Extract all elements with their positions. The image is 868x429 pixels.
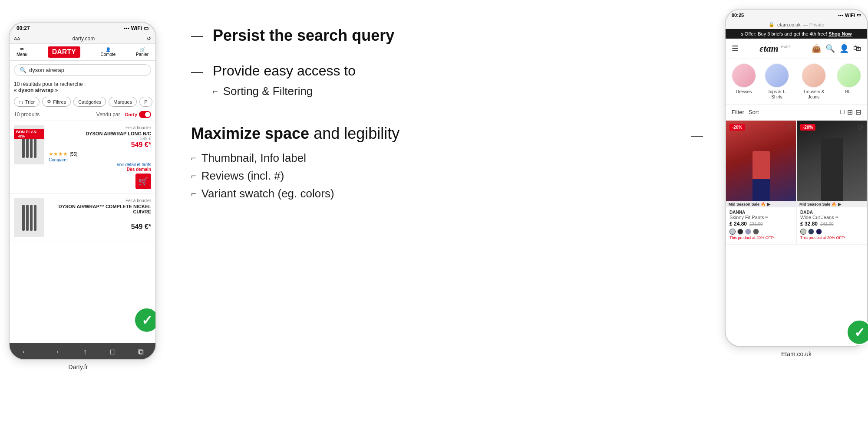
cart-icon: 🛒 (140, 47, 145, 52)
maximize-section: Maximize space and legibility ⌐ Thumbnai… (191, 124, 703, 200)
add-to-cart-1[interactable]: 🛒 (135, 174, 151, 189)
center-content: — Persist the search query — Provide eas… (156, 0, 725, 218)
filter-pill[interactable]: ⚙ Filtres (42, 97, 71, 107)
swatch-1-2[interactable] (737, 229, 743, 235)
etam-product-info-2: DADA Wide Cut Jeans ✏ £ 32.80 £41.00 (797, 207, 867, 227)
darty-logo: DARTY (48, 46, 80, 58)
list-view-icon[interactable]: □ (840, 108, 845, 116)
trousers-label: Trousers & Jeans (798, 89, 830, 100)
share-icon[interactable]: ↑ (83, 347, 87, 357)
brand-name-2: DADA (800, 210, 863, 215)
voir-detail-1[interactable]: Voir détail et tarifs (49, 162, 151, 167)
tops-circle (765, 63, 789, 88)
heading-2: Provide easy access to (213, 62, 356, 80)
sort-pill[interactable]: ↑↓ Trier (14, 97, 40, 107)
off-text-1: This product at 20% OFF* (726, 236, 796, 240)
results-query: « dyson airwrap » (14, 87, 58, 93)
hamburger-icon: ☰ (20, 47, 24, 52)
right-time: 00:25 (732, 13, 744, 18)
more-pill[interactable]: P (139, 97, 152, 107)
compact-view-icon[interactable]: ⊟ (855, 108, 861, 116)
products-grid: -20% ♡ Mid Season Sale 🔥 ▶ DANNA Skinny … (726, 120, 867, 245)
products-count: 10 produits (14, 111, 40, 118)
bag-icon[interactable]: 👜 (812, 44, 821, 53)
etam-product-info-1: DANNA Skinny Fit Pants ✏ £ 24.80 £31.00 (726, 207, 796, 227)
cat-trousers[interactable]: Trousers & Jeans (798, 63, 830, 100)
trousers-circle (802, 63, 826, 88)
sort-button[interactable]: Sort (749, 109, 759, 115)
category-scroll: Dresses Tops & T-Shirts Trousers & Jeans… (726, 59, 867, 105)
tabs-icon[interactable]: ⧉ (138, 347, 144, 357)
heading-1: Persist the search query (213, 26, 394, 45)
edit-icon: ✏ (765, 215, 769, 219)
marques-label: Marques (113, 99, 132, 105)
product-image-1: BON PLAN -8% (14, 125, 44, 164)
products-meta: 10 produits Vendu par Darty (10, 108, 155, 121)
dash-1: — (191, 29, 204, 43)
wishlist-btn-1[interactable]: ♡ (786, 124, 792, 132)
swatch-2-2[interactable] (808, 229, 814, 235)
compte-button[interactable]: 👤 Compte (100, 47, 116, 57)
off-text-2: This product at 20% OFF* (797, 236, 867, 240)
product-price-1: 549 €* (49, 141, 151, 149)
cat-blouses[interactable]: Bl... (837, 63, 861, 100)
thumbnail-text: Thumbnail, Info label (201, 151, 306, 165)
swatch-2-1[interactable] (800, 229, 806, 235)
cat-dresses[interactable]: Dresses (732, 63, 756, 100)
sub-item-reviews: ⌐ Reviews (incl. #) (191, 169, 682, 183)
url-bar[interactable]: AA darty.com ↺ (10, 34, 155, 44)
hamburger-icon-right[interactable]: ☰ (732, 44, 739, 53)
swatch-1-4[interactable] (753, 229, 759, 235)
swatch-1-3[interactable] (745, 229, 751, 235)
search-icon-etam[interactable]: 🔍 (825, 44, 835, 53)
maximize-normal: and legibility (314, 124, 399, 142)
left-phone-label: Darty.fr (69, 364, 88, 370)
etam-nav-icons: 👜 🔍 👤 🛍 (812, 44, 861, 53)
shop-now-link[interactable]: Shop Now (828, 31, 852, 36)
edit-icon-2: ✏ (835, 215, 839, 219)
product-info-1: Fer à boucler DYSON AIRWRAP LONG N/C 599… (49, 125, 151, 189)
etam-logo: εtam PARIS (759, 43, 790, 54)
etam-product-img-1: -20% ♡ Mid Season Sale 🔥 ▶ (726, 121, 796, 207)
swatch-2-3[interactable] (816, 229, 822, 235)
product-category-2: Fer à boucler (49, 198, 151, 203)
back-icon[interactable]: ← (21, 347, 29, 357)
reload-icon[interactable]: ↺ (147, 36, 151, 42)
grid-view-icon[interactable]: ⊞ (847, 108, 853, 116)
marques-pill[interactable]: Marques (109, 97, 137, 107)
panier-button[interactable]: 🛒 Panier (136, 47, 149, 57)
account-icon-etam[interactable]: 👤 (839, 44, 849, 53)
sub-item-thumbnail: ⌐ Thumbnail, Info label (191, 151, 682, 165)
search-query: dyson airwrap (29, 67, 64, 73)
menu-button[interactable]: ☰ Menu (17, 47, 27, 57)
compare-link-1[interactable]: Comparer (49, 157, 151, 162)
des-demain-1: Dès demain (49, 167, 151, 172)
account-icon: 👤 (106, 47, 111, 52)
trier-label: Trier (25, 99, 35, 105)
cart-icon-etam[interactable]: 🛍 (853, 44, 861, 53)
search-bar[interactable]: 🔍 dyson airwrap (14, 64, 151, 76)
vendu-darty: Vendu par Darty (96, 111, 151, 118)
blouses-circle (837, 63, 861, 88)
forward-icon[interactable]: → (52, 347, 60, 357)
product-name-2: DYSON AIRWRAP™ COMPLETE NICKEL CUIVRE (49, 204, 151, 214)
bookmarks-icon[interactable]: □ (110, 347, 115, 357)
product-item-1: BON PLAN -8% Fer à boucler DYSON AIRWRAP… (10, 121, 155, 194)
filter-button[interactable]: Filter (732, 109, 744, 115)
categories-pill[interactable]: Catégories (73, 97, 106, 107)
product-price-2: 549 €* (49, 223, 151, 231)
categories-label: Catégories (78, 99, 101, 105)
vendu-toggle[interactable] (139, 111, 151, 118)
left-status-icons: ▪▪▪ WiFi ▭ (124, 25, 149, 31)
swatch-1-1[interactable] (729, 229, 736, 235)
signal-icon: ▪▪▪ (124, 25, 129, 31)
maximize-heading: Maximize space and legibility (191, 124, 682, 143)
product-title-2: Wide Cut Jeans ✏ (800, 215, 863, 220)
corner-icon-variant: ⌐ (191, 189, 196, 199)
cat-tops[interactable]: Tops & T-Shirts (763, 63, 791, 100)
brand-name-1: DANNA (729, 210, 792, 215)
filter-sort-bar: Filter Sort □ ⊞ ⊟ (726, 105, 867, 120)
url-text: darty.com (24, 36, 143, 42)
sale-label-1: Mid Season Sale 🔥 ▶ (726, 201, 796, 207)
wishlist-btn-2[interactable]: ♡ (857, 124, 863, 132)
